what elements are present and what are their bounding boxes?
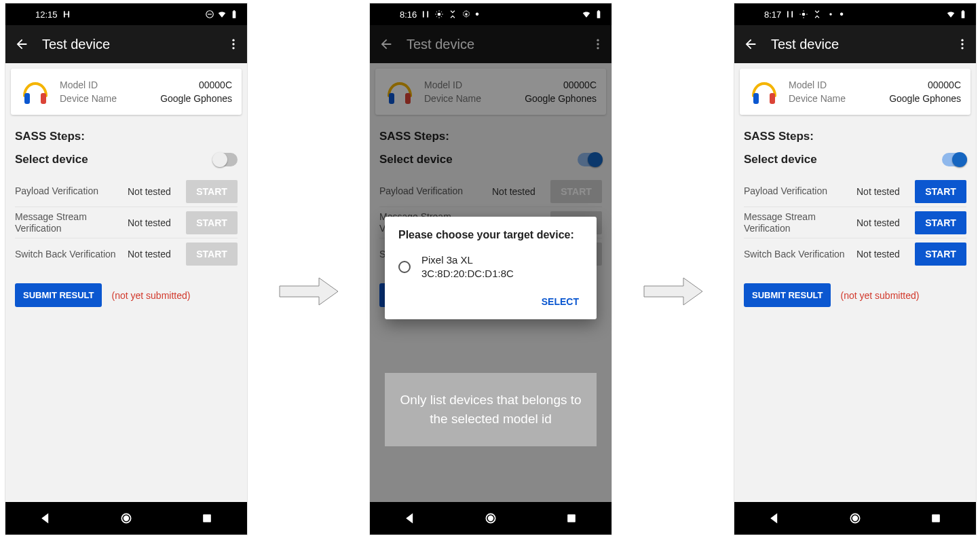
overflow-menu-icon[interactable] (225, 36, 242, 52)
settings-icon (826, 10, 835, 19)
dialog-title: Please choose your target device: (398, 229, 583, 241)
nav-home-icon[interactable] (119, 512, 133, 525)
headphones-icon (20, 77, 50, 107)
start-button[interactable]: START (186, 180, 238, 203)
select-button[interactable]: SELECT (538, 291, 583, 312)
step-name: Switch Back Verification (15, 249, 124, 260)
svg-point-25 (488, 516, 493, 521)
svg-rect-3 (233, 11, 236, 18)
back-icon[interactable] (742, 36, 759, 52)
status-dot: • (840, 8, 844, 20)
start-button[interactable]: START (915, 211, 966, 234)
svg-rect-31 (962, 11, 965, 18)
step-row: Switch Back Verification Not tested STAR… (15, 238, 238, 270)
android-nav-bar (5, 502, 247, 535)
start-button[interactable]: START (915, 243, 966, 266)
submit-note: (not yet submitted) (840, 290, 919, 301)
svg-rect-37 (770, 93, 775, 104)
wifi-icon (217, 10, 227, 19)
nav-recent-icon[interactable] (200, 512, 214, 525)
phone-screenshot-2: 8:16 • Test device (370, 3, 611, 535)
svg-rect-14 (428, 11, 429, 17)
section-heading: SASS Steps: (734, 120, 976, 146)
step-name: Message Stream Verification (15, 211, 124, 234)
nav-home-icon[interactable] (848, 512, 862, 525)
overflow-menu-icon[interactable] (954, 36, 970, 52)
status-bar: 8:17 • (734, 3, 976, 25)
step-name: Payload Verification (15, 185, 124, 197)
device-name-value: Google Gphones (160, 93, 232, 104)
app-bar: Test device (5, 25, 247, 63)
device-name-label: Device Name (60, 93, 117, 104)
select-device-toggle[interactable] (213, 153, 238, 166)
svg-point-15 (438, 13, 441, 16)
model-id-value: 00000C (199, 79, 232, 90)
nav-recent-icon[interactable] (565, 512, 578, 525)
select-device-row: Select device (734, 146, 976, 176)
submit-result-button[interactable]: SUBMIT RESULT (15, 283, 102, 307)
back-icon[interactable] (14, 36, 30, 52)
do-not-disturb-icon (205, 10, 214, 19)
svg-rect-26 (567, 514, 576, 522)
submit-row: SUBMIT RESULT (not yet submitted) (5, 270, 247, 321)
model-id-label: Model ID (789, 79, 827, 90)
step-row: Message Stream Verification Not tested S… (744, 207, 966, 238)
svg-rect-28 (792, 11, 793, 17)
svg-point-11 (124, 516, 129, 521)
step-status: Not tested (128, 249, 182, 259)
step-name: Payload Verification (744, 185, 852, 197)
submit-row: SUBMIT RESULT (not yet submitted) (734, 270, 976, 321)
nav-home-icon[interactable] (484, 512, 497, 525)
submit-result-button[interactable]: SUBMIT RESULT (744, 283, 831, 307)
steps-list: Payload Verification Not tested START Me… (734, 176, 976, 270)
select-device-label: Select device (15, 153, 88, 166)
section-heading: SASS Steps: (5, 120, 247, 146)
annotation-text: Only list devices that belongs to the se… (396, 391, 586, 428)
status-icon (799, 10, 808, 19)
device-card: Model ID 00000C Device Name Google Gphon… (740, 69, 970, 115)
phone-screenshot-1: 12:15 Test device (5, 3, 247, 535)
svg-point-34 (961, 43, 963, 45)
step-row: Message Stream Verification Not tested S… (15, 207, 238, 238)
status-icon (812, 10, 822, 19)
battery-icon (958, 10, 968, 19)
status-icon (448, 10, 457, 19)
svg-rect-27 (787, 11, 789, 17)
svg-rect-17 (597, 11, 601, 18)
status-icon (785, 10, 795, 19)
target-device-dialog: Please choose your target device: Pixel … (385, 217, 597, 319)
device-card: Model ID 00000C Device Name Google Gphon… (11, 69, 242, 115)
nav-back-icon[interactable] (403, 512, 417, 525)
status-dot: • (475, 8, 479, 20)
status-bar: 8:16 • (370, 3, 611, 25)
select-device-toggle[interactable] (942, 153, 966, 166)
nav-recent-icon[interactable] (929, 512, 943, 525)
start-button[interactable]: START (186, 211, 238, 234)
step-status: Not tested (856, 186, 911, 197)
svg-rect-40 (932, 514, 940, 522)
status-icon (62, 10, 71, 19)
svg-point-29 (802, 13, 806, 16)
submit-note: (not yet submitted) (111, 290, 190, 301)
app-bar: Test device (734, 25, 976, 63)
status-icon (434, 10, 444, 19)
nav-back-icon[interactable] (39, 512, 52, 525)
device-option-address: 3C:8D:20:DC:D1:8C (421, 268, 514, 279)
start-button[interactable]: START (915, 180, 966, 203)
step-row: Switch Back Verification Not tested STAR… (744, 238, 966, 270)
status-bar: 12:15 (5, 3, 247, 25)
radio-icon[interactable] (398, 261, 411, 273)
start-button[interactable]: START (186, 243, 238, 266)
page-title: Test device (771, 37, 954, 52)
wifi-icon (582, 10, 591, 19)
status-time: 8:17 (764, 10, 781, 20)
svg-rect-36 (753, 93, 759, 104)
nav-back-icon[interactable] (768, 512, 781, 525)
device-option[interactable]: Pixel 3a XL 3C:8D:20:DC:D1:8C (398, 251, 583, 291)
svg-point-6 (232, 43, 234, 45)
svg-point-16 (466, 13, 468, 16)
svg-point-33 (961, 39, 963, 41)
status-time: 8:16 (400, 10, 417, 20)
step-status: Not tested (128, 186, 182, 197)
page-title: Test device (42, 37, 225, 52)
